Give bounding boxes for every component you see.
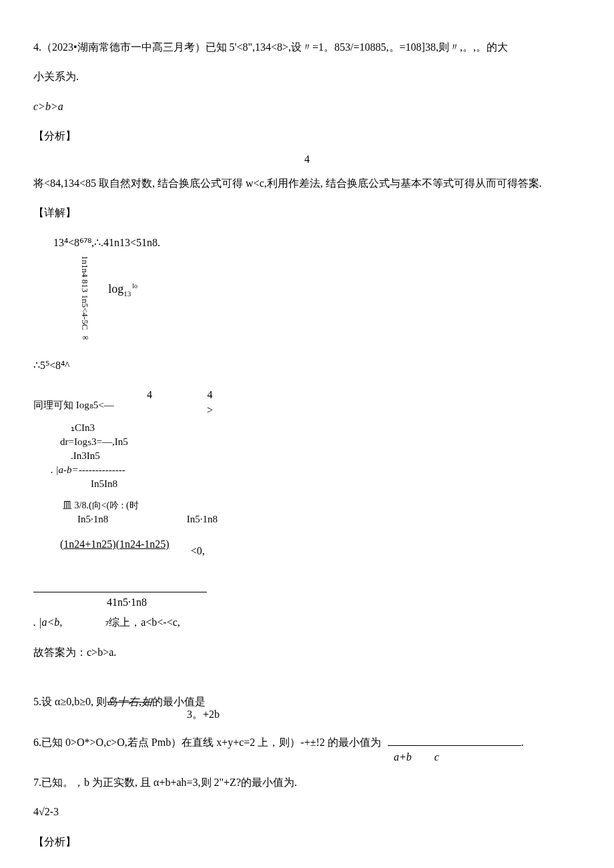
q6-sub: a+b c (33, 750, 581, 765)
q4-m38a: 皿 3/8.(向<(吟 : (时 (63, 499, 581, 512)
q4-dr-block: ₁CIn3 dr=Iog₅3=—,In5 .In3In5 . |a-b=----… (51, 421, 581, 491)
q6-blank (388, 736, 521, 746)
q7-stem: 7.已知。，b 为正实数, 且 α+b+ah=3,则 2"+Z?的最小值为. (33, 775, 581, 790)
q4-row44-f2: 4 > (207, 388, 213, 418)
q6-stem: 6.已知 0>O*>O,c>O,若点 Pmb）在直线 x+y+c=2 上，则）-… (33, 734, 581, 751)
divider-line (33, 592, 207, 592)
q4-vertical-text: 1n1n4 813 1n5<4-5C ∞ (80, 256, 89, 342)
q7-answer: 4√2-3 (33, 805, 581, 819)
q4-alt-a: . |a<b, (33, 615, 62, 630)
q4-center-four: 4 (33, 152, 581, 167)
q4-stem-line1: 4.（2023•湖南常德市一中高三月考）已知 5'<8",134<8>,设〃=1… (33, 40, 581, 55)
q4-dr-r3: . |a-b=-------------- (51, 463, 581, 477)
q4-dr-r1: ₁CIn3 (71, 421, 581, 435)
q4-alt-b: ₇综上，a<b<-<c, (105, 615, 180, 630)
q4-row-44: 同理可知 Iog₈5<— 4 4 > (33, 388, 581, 414)
q4-stem-line2: 小关系为. (33, 69, 581, 84)
q4-row44-f1: 4 (147, 388, 152, 418)
q4-dr-r2: dr=Iog₅3=—,In5 (60, 435, 581, 449)
q4-dr-r3pre: .In3In5 (71, 449, 581, 463)
q4-m38b: In5·1n8 In5·1n8 (77, 512, 581, 526)
q4-vertical-cluster: 1n1n4 813 1n5<4-5C ∞ log13lo (33, 252, 581, 342)
q4-ln-row: (1n24+1n25)(1n24-1n25) <0, (60, 537, 581, 552)
q5-stem-a: 5.设 α≥0,b≥0, 则 (33, 696, 107, 707)
q4-m38b-right: In5·1n8 (187, 514, 218, 524)
q7-analysis-label: 【分析】 (33, 835, 581, 849)
q4-step2: ∴5⁵<8⁴^ (33, 358, 581, 373)
q5-stem-strike: 岛十右,如 (107, 696, 152, 707)
q4-row44-label: 同理可知 Iog₈5<— (33, 398, 114, 412)
q4-analysis-label: 【分析】 (33, 129, 581, 143)
q4-detail-label: 【详解】 (33, 205, 581, 220)
q4-m38b-left: In5·1n8 (77, 514, 108, 524)
q5-sub: 3。+2b (187, 707, 581, 722)
q4-row-alt: . |a<b, ₇综上，a<b<-<c, (33, 615, 581, 630)
q6-c: c (434, 750, 439, 765)
q4-ln-lt0: <0, (191, 544, 205, 558)
q4-stem-text2: 小关系为. (33, 71, 79, 82)
q5-stem-b: 的最小值是 (152, 696, 206, 707)
q4-step1: 13⁴<8⁶⁷⁸,∴.41n13<51n8. (33, 236, 581, 250)
q4-analysis-text: 将<84,134<85 取自然对数, 结合换底公式可得 w<c,利用作差法, 结… (33, 176, 581, 191)
q4-dr-r4: In5In8 (91, 477, 581, 491)
q4-log13: log13lo (108, 281, 137, 299)
q4-after-hr: 41n5·1n8 (107, 595, 581, 610)
q4-final: 故答案为：c>b>a. (33, 645, 581, 660)
q4-stem-text1: 4.（2023•湖南常德市一中高三月考）已知 5'<8",134<8>,设〃=1… (33, 41, 508, 53)
q4-answer-inequality: c>b>a (33, 99, 581, 114)
q6-ab: a+b (394, 750, 412, 765)
q4-ln-underline: (1n24+1n25)(1n24-1n25) (60, 538, 170, 550)
